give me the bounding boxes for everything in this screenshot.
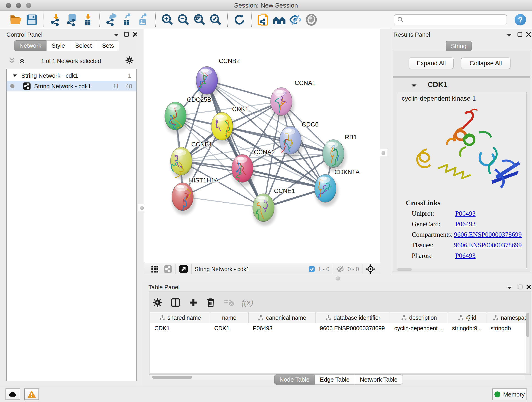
panel-close-icon[interactable]	[526, 32, 531, 37]
tab-sets[interactable]: Sets	[97, 40, 119, 51]
import-table-file-icon[interactable]	[80, 12, 96, 27]
export-network-icon[interactable]	[104, 12, 120, 27]
crosslink-link[interactable]: P06493	[455, 252, 476, 259]
collapse-all-button[interactable]: Collapse All	[461, 57, 510, 69]
tab-node-table[interactable]: Node Table	[274, 375, 315, 385]
current-network-dot-icon	[10, 84, 14, 88]
table-settings-gear-icon[interactable]	[152, 298, 162, 307]
panel-close-icon[interactable]	[526, 284, 532, 290]
node-label-HIST1H1A: HIST1H1A	[189, 177, 219, 184]
function-builder-icon[interactable]: f(x)	[242, 298, 253, 307]
node-label-CCNA2: CCNA2	[254, 149, 275, 156]
table-vscrollbar[interactable]	[526, 313, 530, 373]
hscroll-thumb[interactable]	[152, 376, 192, 379]
tree-expand-icon[interactable]	[13, 74, 17, 77]
panel-float-icon[interactable]	[517, 32, 523, 37]
share-document-icon[interactable]	[255, 12, 271, 27]
entry-collapse-icon[interactable]	[411, 84, 417, 88]
table-cell[interactable]: CDK1	[150, 325, 210, 332]
selected-checkbox-icon[interactable]	[308, 266, 315, 273]
grid-view-icon[interactable]	[151, 265, 159, 273]
delete-table-icon[interactable]	[223, 298, 234, 307]
collapse-all-icon[interactable]	[8, 57, 16, 64]
panel-float-icon[interactable]	[124, 32, 129, 37]
column-header-namespace[interactable]: namespace	[486, 313, 526, 323]
expand-all-icon[interactable]	[18, 57, 26, 64]
add-column-icon[interactable]	[189, 298, 198, 307]
entry-hscroll-thumb[interactable]	[397, 268, 412, 271]
crosslink-link[interactable]: P06493	[455, 210, 476, 217]
crosslink-row: Tissues:9606.ENSP00000378699	[412, 240, 522, 250]
panel-float-icon[interactable]	[517, 284, 523, 290]
detach-view-icon[interactable]	[179, 264, 188, 274]
import-network-file-icon[interactable]	[48, 12, 64, 27]
crosslink-link[interactable]: P06493	[455, 220, 476, 228]
export-image-icon[interactable]	[136, 12, 152, 27]
string-network-graph[interactable]: CCNB2CCNA1CDC25BCDK1CDC6RB1CCNB1CCNA2CDK…	[144, 29, 380, 264]
table-cell[interactable]: cyclin-dependent ...	[390, 325, 448, 332]
vscroll-thumb[interactable]	[526, 313, 529, 337]
expand-all-button[interactable]: Expand All	[409, 57, 454, 69]
node-label-CDK1: CDK1	[232, 106, 249, 113]
network-collection-row[interactable]: String Network - cdk1 1	[7, 70, 136, 81]
column-type-icon	[401, 315, 407, 321]
column-header-database-identifier[interactable]: database identifier	[316, 313, 390, 323]
zoom-out-icon[interactable]	[176, 12, 191, 27]
table-cell[interactable]: 9606.ENSP00000378699	[316, 325, 390, 332]
column-header-description[interactable]: description	[390, 313, 448, 323]
table-header-row[interactable]: shared namenamecanonical namedatabase id…	[150, 313, 526, 323]
panel-menu-icon[interactable]	[114, 33, 119, 37]
zoom-fit-icon[interactable]	[191, 12, 208, 27]
crosslink-label: Uniprot:	[412, 210, 455, 217]
table-row[interactable]: CDK1CDK1P064939606.ENSP00000378699cyclin…	[150, 323, 526, 333]
hide-unhide-icon[interactable]	[287, 12, 303, 27]
show-columns-icon[interactable]	[170, 297, 181, 308]
refresh-icon[interactable]	[231, 12, 247, 27]
export-table-icon[interactable]	[120, 12, 136, 27]
cloud-button[interactable]	[6, 389, 20, 400]
panel-menu-icon[interactable]	[507, 286, 512, 290]
import-network-database-icon[interactable]	[64, 12, 80, 27]
birdseye-crosshair-icon[interactable]	[366, 264, 375, 274]
zoom-in-icon[interactable]	[159, 12, 176, 27]
network-options-gear-icon[interactable]	[125, 56, 134, 65]
crosslink-link[interactable]: 9606.ENSP00000378699	[454, 231, 522, 238]
open-session-icon[interactable]	[8, 12, 24, 27]
network-row-selected[interactable]: String Network - cdk1 11 48	[7, 81, 136, 91]
right-splitter-handle[interactable]	[380, 149, 387, 157]
crosslink-link[interactable]: 9606.ENSP00000378699	[454, 241, 522, 249]
panel-menu-icon[interactable]	[507, 33, 512, 37]
tab-select[interactable]: Select	[70, 40, 97, 51]
highlight-icon[interactable]	[303, 12, 319, 27]
help-icon[interactable]: ?	[515, 14, 526, 26]
column-header-shared-name[interactable]: shared name	[150, 313, 210, 323]
table-cell[interactable]: stringdb	[486, 325, 526, 332]
string-network-icon	[23, 82, 31, 90]
toolbar-separator	[99, 13, 100, 27]
table-cell[interactable]: stringdb:9...	[448, 325, 486, 332]
tab-network-table[interactable]: Network Table	[355, 375, 403, 385]
column-header--id[interactable]: @id	[448, 313, 486, 323]
delete-column-trash-icon[interactable]	[206, 298, 215, 307]
network-canvas[interactable]: CCNB2CCNA1CDC25BCDK1CDC6RB1CCNB1CCNA2CDK…	[144, 29, 380, 264]
memory-button[interactable]: Memory	[492, 389, 527, 400]
column-header-canonical-name[interactable]: canonical name	[249, 313, 316, 323]
table-cell[interactable]: P06493	[249, 325, 316, 332]
hidden-eye-icon[interactable]	[336, 265, 345, 273]
network-view-share-icon[interactable]	[164, 265, 172, 274]
save-session-icon[interactable]	[24, 12, 40, 27]
bottom-splitter-handle[interactable]	[336, 276, 340, 281]
tab-string[interactable]: String	[446, 41, 472, 51]
string-home-icon[interactable]	[271, 12, 287, 27]
table-cell[interactable]: CDK1	[210, 325, 249, 332]
search-input[interactable]	[406, 16, 504, 24]
tab-edge-table[interactable]: Edge Table	[315, 375, 355, 385]
zoom-selected-icon[interactable]	[208, 12, 224, 27]
tab-network[interactable]: Network	[14, 40, 46, 51]
column-type-icon	[493, 315, 499, 321]
node-label-CDC25B: CDC25B	[187, 96, 211, 103]
table-body[interactable]: CDK1CDK1P064939606.ENSP00000378699cyclin…	[150, 323, 526, 333]
tab-style[interactable]: Style	[46, 40, 70, 51]
column-header-name[interactable]: name	[210, 313, 249, 323]
warnings-button[interactable]	[24, 389, 39, 400]
